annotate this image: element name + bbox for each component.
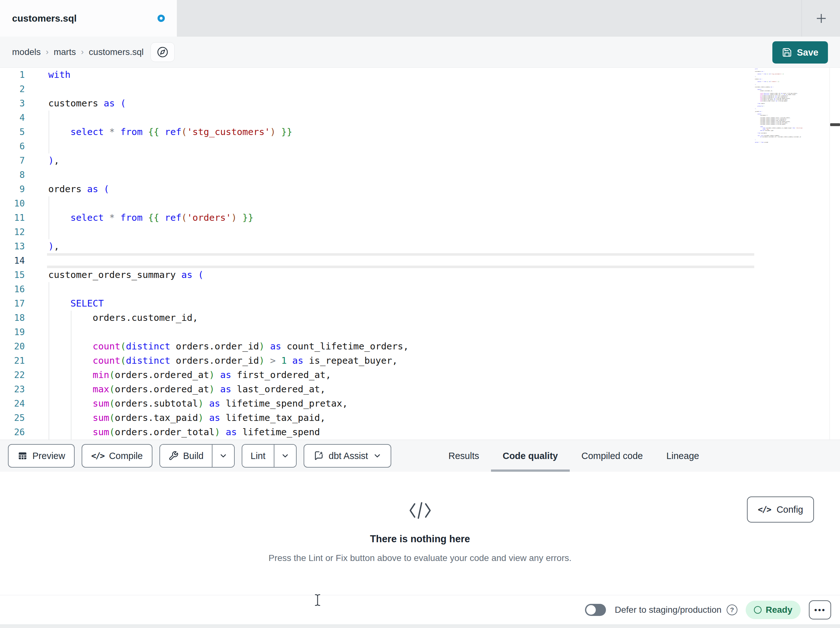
line-number[interactable]: 26	[0, 425, 25, 439]
build-dropdown-button[interactable]	[212, 445, 234, 467]
dbt-assist-button[interactable]: dbt Assist	[303, 444, 391, 468]
locate-in-file-tree-button[interactable]	[150, 42, 175, 62]
code-line[interactable]	[48, 253, 409, 268]
line-number[interactable]: 9	[0, 182, 25, 196]
line-number[interactable]: 22	[0, 368, 25, 382]
code-line[interactable]: orders.customer_id,	[48, 311, 409, 325]
code-line[interactable]: select * from {{ ref('stg_customers') }}	[48, 125, 409, 139]
code-line[interactable]: sum(orders.subtotal) as lifetime_spend_p…	[48, 396, 409, 411]
code-line[interactable]	[48, 325, 409, 339]
window-bottom-edge	[0, 625, 840, 628]
line-number[interactable]: 20	[0, 339, 25, 354]
lint-dropdown-button[interactable]	[274, 445, 296, 467]
line-number[interactable]: 6	[0, 139, 25, 153]
line-number[interactable]: 15	[0, 268, 25, 282]
line-number[interactable]: 3	[0, 96, 25, 111]
results-tab-compiled-code[interactable]: Compiled code	[570, 440, 655, 472]
code-line[interactable]: select * from {{ ref('orders') }}	[48, 210, 409, 225]
code-line[interactable]: sum(orders.order_total) as lifetime_spen…	[48, 425, 409, 439]
code-line[interactable]	[48, 168, 409, 182]
results-tab-results[interactable]: Results	[437, 440, 491, 472]
empty-state-title: There is nothing here	[370, 533, 470, 545]
tab-bar-divider	[802, 0, 802, 36]
line-number[interactable]: 2	[0, 82, 25, 96]
code-line[interactable]: ),	[48, 153, 409, 168]
code-line[interactable]	[48, 139, 409, 153]
new-tab-button[interactable]	[812, 9, 831, 28]
line-number[interactable]: 17	[0, 296, 25, 311]
preview-button[interactable]: Preview	[8, 444, 75, 468]
code-line[interactable]: customer_orders_summary as (	[48, 268, 409, 282]
code-line[interactable]: sum(orders.tax_paid) as lifetime_tax_pai…	[48, 411, 409, 425]
empty-state-description: Press the Lint or Fix button above to ev…	[268, 553, 571, 563]
line-number[interactable]: 13	[0, 239, 25, 253]
line-number[interactable]: 5	[0, 125, 25, 139]
breadcrumb-item-marts[interactable]: marts	[54, 47, 76, 57]
indent-guide	[49, 196, 49, 239]
line-number[interactable]: 14	[0, 253, 25, 268]
chevron-down-icon	[219, 451, 228, 460]
file-tab-title: customers.sql	[12, 13, 77, 24]
build-button-label: Build	[183, 451, 204, 461]
code-line[interactable]	[48, 196, 409, 210]
editor-minimap[interactable]: with customers as ( select * from {{ ref…	[755, 68, 829, 143]
code-line[interactable]	[48, 111, 409, 125]
line-number[interactable]: 11	[0, 210, 25, 225]
code-line[interactable]: count(distinct orders.order_id) > 1 as i…	[48, 354, 409, 368]
plus-icon	[815, 13, 827, 24]
code-editor[interactable]: 1234567891011121314151617181920212223242…	[0, 68, 840, 440]
compile-button-label: Compile	[109, 451, 142, 461]
results-tab-lineage[interactable]: Lineage	[655, 440, 711, 472]
code-line[interactable]: count(distinct orders.order_id) as count…	[48, 339, 409, 354]
line-number[interactable]: 25	[0, 411, 25, 425]
line-number[interactable]: 12	[0, 225, 25, 239]
code-line[interactable]: SELECT	[48, 296, 409, 311]
code-line[interactable]	[48, 225, 409, 239]
build-button[interactable]: Build	[160, 445, 212, 467]
code-line[interactable]: max(orders.ordered_at) as last_ordered_a…	[48, 382, 409, 396]
save-button-label: Save	[797, 47, 818, 58]
editor-toolbar: Preview </> Compile Build Lint	[0, 440, 840, 472]
help-icon[interactable]: ?	[726, 604, 737, 615]
code-line[interactable]: with	[48, 68, 409, 82]
save-button[interactable]: Save	[772, 41, 828, 63]
code-line[interactable]: ),	[48, 239, 409, 253]
toggle-knob	[586, 605, 596, 615]
line-number[interactable]: 1	[0, 68, 25, 82]
code-line[interactable]	[48, 282, 409, 296]
empty-state: There is nothing here Press the Lint or …	[0, 472, 840, 563]
config-button-label: Config	[777, 505, 803, 515]
line-number[interactable]: 10	[0, 196, 25, 210]
scrollbar-thumb[interactable]	[830, 123, 840, 126]
editor-tab-bar: customers.sql	[0, 0, 840, 36]
breadcrumb-item-file[interactable]: customers.sql	[89, 47, 144, 57]
status-bar: Defer to staging/production ? Ready •••	[0, 595, 840, 625]
line-number[interactable]: 7	[0, 153, 25, 168]
defer-toggle[interactable]	[585, 604, 606, 616]
build-split-button: Build	[159, 444, 235, 468]
line-number[interactable]: 16	[0, 282, 25, 296]
compile-button[interactable]: </> Compile	[82, 444, 152, 468]
line-number[interactable]: 18	[0, 311, 25, 325]
file-tab-customers-sql[interactable]: customers.sql	[0, 0, 177, 36]
code-line[interactable]: customers as (	[48, 96, 409, 111]
results-tab-code-quality[interactable]: Code quality	[491, 440, 570, 472]
lint-button[interactable]: Lint	[242, 445, 274, 467]
wrench-icon	[168, 451, 178, 461]
line-number[interactable]: 8	[0, 168, 25, 182]
line-number[interactable]: 21	[0, 354, 25, 368]
config-button[interactable]: </> Config	[747, 497, 814, 522]
more-options-button[interactable]: •••	[809, 600, 831, 619]
code-line[interactable]: min(orders.ordered_at) as first_ordered_…	[48, 368, 409, 382]
ready-status-badge: Ready	[746, 601, 801, 619]
line-number[interactable]: 4	[0, 111, 25, 125]
breadcrumb-item-models[interactable]: models	[12, 47, 41, 57]
code-line[interactable]	[48, 82, 409, 96]
line-number[interactable]: 24	[0, 396, 25, 411]
unsaved-changes-dot-icon	[158, 14, 165, 22]
line-number[interactable]: 23	[0, 382, 25, 396]
code-line[interactable]: orders as (	[48, 182, 409, 196]
line-number[interactable]: 19	[0, 325, 25, 339]
indent-guide	[71, 311, 71, 440]
code-content[interactable]: with customers as ( select * from {{ ref…	[48, 68, 409, 439]
